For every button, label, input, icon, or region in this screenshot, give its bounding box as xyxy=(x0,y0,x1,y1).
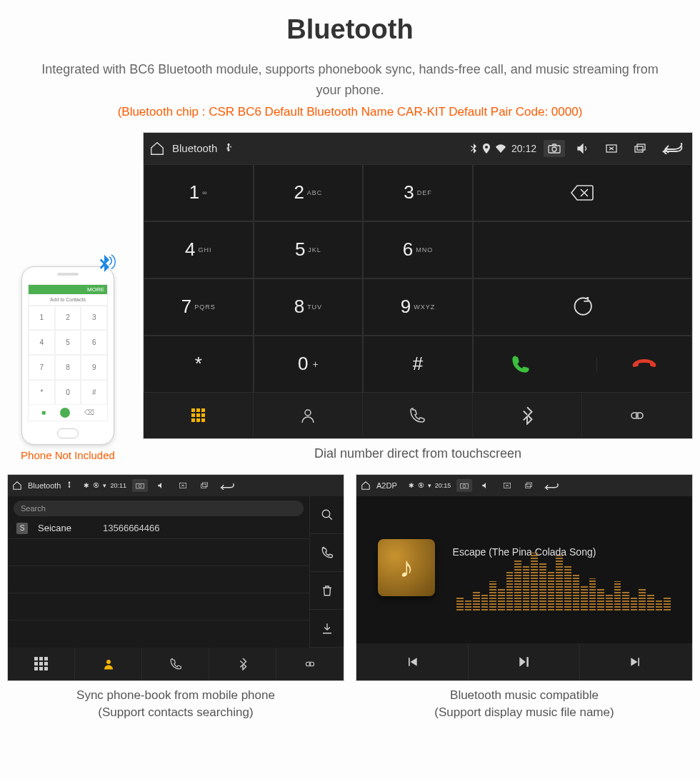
contacts-panel: Bluetooth ✱ ⦿ ▾ 20:11 xyxy=(7,474,344,681)
search-input[interactable]: Search xyxy=(14,501,304,516)
close-icon[interactable] xyxy=(175,479,191,492)
next-button[interactable] xyxy=(580,643,692,680)
volume-icon[interactable] xyxy=(572,140,594,157)
call-button[interactable] xyxy=(474,354,569,374)
search-action-icon[interactable] xyxy=(309,496,344,534)
phone-note: Phone Not Included xyxy=(7,449,129,461)
volume-icon[interactable] xyxy=(154,479,169,492)
key-2[interactable]: 2ABC xyxy=(254,164,364,221)
tab-dialpad[interactable] xyxy=(8,648,75,680)
music-note-icon: ♪ xyxy=(378,539,435,596)
phone-illustration: MORE Add to Contacts 123456789*0# ■ ⌫ xyxy=(21,266,114,445)
key-1[interactable]: 1∞ xyxy=(144,164,254,221)
svg-point-11 xyxy=(139,484,141,487)
home-icon[interactable] xyxy=(149,141,165,156)
svg-rect-20 xyxy=(526,484,531,488)
contact-row[interactable]: S Seicane 13566664466 xyxy=(8,518,309,539)
dialer-panel: Bluetooth 20:12 xyxy=(143,132,693,439)
hangup-button[interactable] xyxy=(596,357,691,371)
close-icon[interactable] xyxy=(499,479,515,492)
recent-apps-icon[interactable] xyxy=(196,479,212,492)
backspace-button[interactable] xyxy=(473,164,692,221)
delete-action-icon[interactable] xyxy=(309,572,344,610)
statusbar: Bluetooth 20:12 xyxy=(144,133,692,164)
clock: 20:12 xyxy=(511,143,536,154)
music-caption: Bluetooth music compatible(Support displ… xyxy=(356,687,693,722)
tab-pair[interactable] xyxy=(276,648,344,680)
location-icon: ⦿ xyxy=(93,482,99,489)
back-icon[interactable] xyxy=(658,143,686,154)
key-4[interactable]: 4GHI xyxy=(144,221,254,278)
redial-button[interactable] xyxy=(473,278,692,336)
svg-rect-6 xyxy=(637,144,645,150)
tab-calllog[interactable] xyxy=(363,393,473,438)
key-3[interactable]: 3DEF xyxy=(363,164,473,221)
home-icon[interactable] xyxy=(12,481,22,491)
play-pause-button[interactable] xyxy=(469,643,581,680)
key-6[interactable]: 6MNO xyxy=(363,221,473,278)
svg-point-3 xyxy=(552,147,556,151)
tab-dialpad[interactable] xyxy=(144,393,254,438)
volume-icon[interactable] xyxy=(478,479,494,492)
contact-initial: S xyxy=(16,523,28,534)
svg-point-15 xyxy=(322,510,330,518)
video-icon: ■ xyxy=(41,408,46,416)
bluetooth-status-icon xyxy=(470,144,477,154)
location-icon xyxy=(483,144,490,154)
key-7[interactable]: 7PQRS xyxy=(144,278,254,336)
tab-bluetooth[interactable] xyxy=(209,648,276,680)
wifi-icon: ▾ xyxy=(428,482,431,489)
bluetooth-status-icon: ✱ xyxy=(409,482,414,489)
bluetooth-icon xyxy=(92,253,116,277)
svg-rect-14 xyxy=(202,483,207,486)
svg-rect-13 xyxy=(201,484,206,488)
back-icon[interactable] xyxy=(218,481,236,490)
screenshot-icon[interactable] xyxy=(456,479,472,492)
location-icon: ⦿ xyxy=(418,482,424,489)
bluetooth-status-icon: ✱ xyxy=(84,482,89,489)
tab-pair[interactable] xyxy=(582,393,692,438)
contacts-caption: Sync phone-book from mobile phone(Suppor… xyxy=(7,687,344,722)
key-9[interactable]: 9WXYZ xyxy=(363,278,473,336)
prev-button[interactable] xyxy=(356,643,469,680)
key-8[interactable]: 8TUV xyxy=(254,278,364,336)
svg-rect-21 xyxy=(527,483,532,486)
tab-bluetooth[interactable] xyxy=(473,393,583,438)
svg-point-7 xyxy=(305,410,311,416)
equalizer xyxy=(456,546,671,610)
music-panel: A2DP ✱ ⦿ ▾ 20:15 Escape (The Pina Co xyxy=(356,474,693,681)
tab-contacts[interactable] xyxy=(75,648,142,680)
statusbar: A2DP ✱ ⦿ ▾ 20:15 xyxy=(356,475,692,496)
recent-apps-icon[interactable] xyxy=(629,140,651,157)
statusbar: Bluetooth ✱ ⦿ ▾ 20:11 xyxy=(8,475,344,496)
key-*[interactable]: * xyxy=(144,336,254,393)
screenshot-icon[interactable] xyxy=(132,479,148,492)
close-icon[interactable] xyxy=(601,140,622,157)
page-subtitle: Integrated with BC6 Bluetooth module, su… xyxy=(36,59,664,101)
svg-point-18 xyxy=(463,484,466,487)
home-icon[interactable] xyxy=(361,481,371,491)
key-#[interactable]: # xyxy=(363,336,473,393)
bluetooth-spec: (Bluetooth chip : CSR BC6 Default Blueto… xyxy=(7,105,693,119)
download-action-icon[interactable] xyxy=(309,610,344,648)
page-title: Bluetooth xyxy=(7,14,693,45)
tab-calllog[interactable] xyxy=(142,648,209,680)
call-icon xyxy=(60,408,70,418)
key-0[interactable]: 0+ xyxy=(254,336,364,393)
dialer-caption: Dial number direct from touchscreen xyxy=(143,446,693,461)
wifi-icon: ▾ xyxy=(103,482,106,489)
contact-number: 13566664466 xyxy=(103,523,160,533)
tab-contacts[interactable] xyxy=(254,393,364,438)
back-icon[interactable] xyxy=(542,481,561,490)
recent-apps-icon[interactable] xyxy=(521,479,536,492)
backspace-icon: ⌫ xyxy=(84,408,94,416)
usb-icon xyxy=(66,481,72,490)
key-5[interactable]: 5JKL xyxy=(254,221,364,278)
contact-name: Seicane xyxy=(38,523,71,533)
usb-icon xyxy=(224,143,233,154)
screenshot-icon[interactable] xyxy=(544,140,565,157)
svg-point-16 xyxy=(106,660,111,664)
wifi-icon xyxy=(496,144,506,153)
call-action-icon[interactable] xyxy=(309,534,344,572)
svg-rect-5 xyxy=(635,146,643,152)
